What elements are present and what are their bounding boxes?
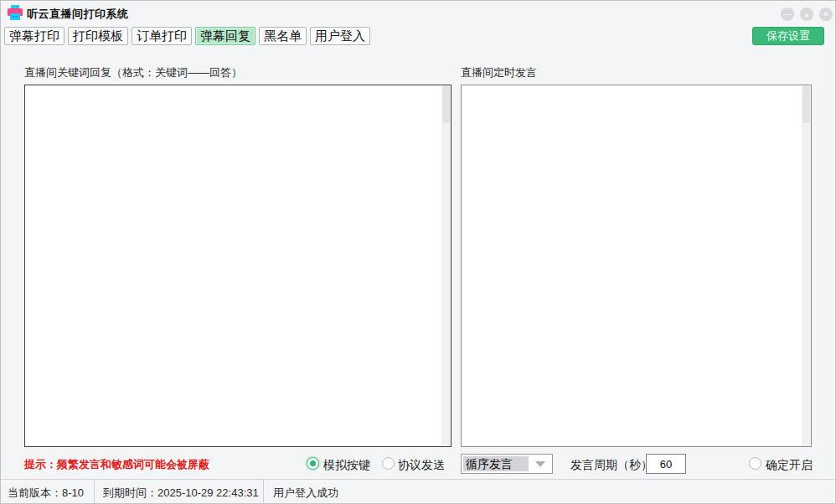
timed-speech-panel xyxy=(461,85,812,447)
left-scrollbar[interactable] xyxy=(441,85,451,446)
save-settings-button[interactable]: 保存设置 xyxy=(752,27,824,45)
close-icon[interactable]: ✕ xyxy=(819,8,833,21)
chevron-down-icon xyxy=(535,461,545,467)
protocol-send-label[interactable]: 协议发送 xyxy=(398,458,445,473)
left-scrollbar-thumb[interactable] xyxy=(442,86,450,123)
keyword-reply-panel xyxy=(24,85,452,447)
titlebar: 听云直播间打印系统 — ▲ ✕ xyxy=(1,1,835,24)
window-controls: — ▲ ✕ xyxy=(781,8,833,21)
expire-time-text: 到期时间：2025-10-29 22:43:31 xyxy=(103,486,259,501)
right-scrollbar[interactable] xyxy=(802,85,811,446)
period-label: 发言周期（秒） xyxy=(570,458,653,473)
tab-order-print[interactable]: 订单打印 xyxy=(132,27,192,45)
tab-danmaku-print[interactable]: 弹幕打印 xyxy=(4,27,65,45)
tab-print-template[interactable]: 打印模板 xyxy=(68,27,128,45)
status-bar: 当前版本：8-10 到期时间：2025-10-29 22:43:31 用户登入成… xyxy=(1,479,835,503)
speak-mode-dropdown[interactable]: 循序发言 xyxy=(461,454,553,474)
keyword-reply-label: 直播间关键词回复（格式：关键词——回答） xyxy=(24,65,242,80)
tab-danmaku-reply[interactable]: 弹幕回复 xyxy=(195,27,255,45)
app-window: 听云直播间打印系统 — ▲ ✕ 弹幕打印 打印模板 订单打印 弹幕回复 黑名单 … xyxy=(0,0,836,504)
tab-blacklist[interactable]: 黑名单 xyxy=(259,27,307,45)
speak-mode-value: 循序发言 xyxy=(463,456,529,471)
simulate-key-radio[interactable] xyxy=(307,457,319,470)
simulate-key-label[interactable]: 模拟按键 xyxy=(323,458,370,473)
confirm-start-radio[interactable] xyxy=(749,457,761,470)
right-scrollbar-thumb[interactable] xyxy=(802,86,810,123)
printer-app-icon xyxy=(7,4,23,21)
protocol-send-radio[interactable] xyxy=(382,457,395,470)
confirm-start-label[interactable]: 确定开启 xyxy=(766,458,813,473)
minimize-icon[interactable]: — xyxy=(781,8,794,21)
warning-hint: 提示：频繁发言和敏感词可能会被屏蔽 xyxy=(24,457,209,472)
tab-bar: 弹幕打印 打印模板 订单打印 弹幕回复 黑名单 用户登入 xyxy=(4,27,370,45)
keyword-reply-textarea[interactable] xyxy=(25,85,441,446)
timed-speech-label: 直播间定时发言 xyxy=(461,65,537,80)
status-separator xyxy=(94,480,95,503)
tab-user-login[interactable]: 用户登入 xyxy=(310,27,370,45)
period-input[interactable] xyxy=(646,454,686,474)
window-title: 听云直播间打印系统 xyxy=(27,7,129,22)
login-status-text: 用户登入成功 xyxy=(273,486,338,501)
version-text: 当前版本：8-10 xyxy=(8,486,84,501)
status-separator xyxy=(263,480,264,503)
timed-speech-textarea[interactable] xyxy=(462,85,802,446)
maximize-icon[interactable]: ▲ xyxy=(800,8,813,21)
